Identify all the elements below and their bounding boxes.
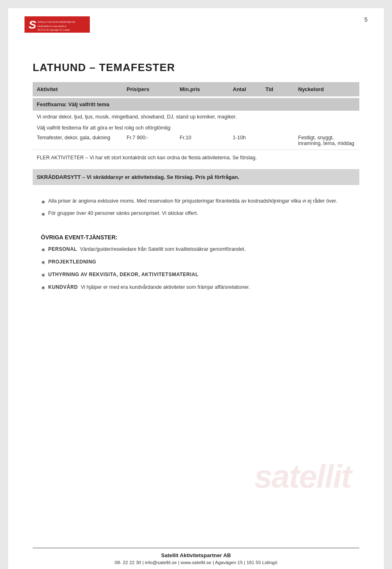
section2-title: SKRÄDDARSYTT – Vi skräddarsyr er aktivit… bbox=[33, 169, 359, 185]
header-tid: Tid bbox=[261, 85, 294, 94]
section1-sub-label: Välj valfritt festtema för att göra er f… bbox=[33, 123, 359, 132]
footer-contact: 08- 22 22 30 | info@satellit.se | www.sa… bbox=[33, 560, 359, 565]
cell-min-price: Fr.10 bbox=[176, 133, 229, 148]
table-row: Temafester, dekor, gala, dukning Fr.7 90… bbox=[33, 132, 359, 150]
note-bullet-2: ∗ bbox=[41, 210, 46, 219]
note-item-2: ∗ För grupper över 40 personer sänks per… bbox=[41, 210, 351, 219]
note-text-1: Alla priser är angivna exklusive moms. M… bbox=[48, 197, 337, 205]
page: 5 S SATELLIT AKTIVITETSPARTNER AB info@s… bbox=[8, 8, 384, 569]
service-text-personal: PERSONAL Värdar/guider/reseledare från S… bbox=[48, 245, 245, 253]
service-text-kundvard: KUNDVÅRD Vi hjälper er med era kundvårda… bbox=[48, 283, 250, 291]
footer: Satellit Aktivitetspartner AB 08- 22 22 … bbox=[33, 548, 359, 565]
service-label-personal: PERSONAL bbox=[48, 246, 77, 252]
cell-antal: 1-10h bbox=[229, 133, 261, 148]
service-label-uthyrning: UTHYRNING AV REKVISITA, DEKOR, AKTIVITET… bbox=[48, 271, 198, 278]
logo-area: S SATELLIT AKTIVITETSPARTNER AB info@sat… bbox=[24, 16, 90, 33]
service-bullet-uthyrning: ∗ bbox=[41, 271, 46, 279]
svg-text:08-22 22 30 | Agavägen 15, Lid: 08-22 22 30 | Agavägen 15, Lidingö bbox=[38, 29, 70, 31]
service-label-kundvard: KUNDVÅRD bbox=[48, 284, 78, 290]
service-item-personal: ∗ PERSONAL Värdar/guider/reseledare från… bbox=[41, 245, 351, 254]
section1-title: Festfixarna: Välj valfritt tema bbox=[33, 98, 359, 111]
service-desc-personal: Värdar/guider/reseledare från Satellit s… bbox=[80, 246, 246, 252]
service-item-kundvard: ∗ KUNDVÅRD Vi hjälper er med era kundvår… bbox=[41, 283, 351, 292]
footer-company: Satellit Aktivitetspartner AB bbox=[33, 552, 359, 558]
header-nyckelord: Nyckelord bbox=[294, 85, 359, 94]
cell-tid bbox=[261, 133, 294, 148]
svg-text:info@satellit.se | www.satelli: info@satellit.se | www.satellit.se bbox=[38, 25, 67, 27]
header-pris: Pris/pers bbox=[122, 85, 176, 94]
more-activities: FLER AKTIVITETER – Vi har ett stort kont… bbox=[33, 150, 359, 166]
service-item-projektledning: ∗ PROJEKTLEDNING bbox=[41, 258, 351, 267]
cell-nyckelord: Festligt, snyggt, inramning, tema, midda… bbox=[294, 133, 359, 148]
service-bullet-projektledning: ∗ bbox=[41, 258, 46, 267]
main-title: LATHUND – TEMAFESTER bbox=[33, 61, 359, 74]
header-antal: Antal bbox=[229, 85, 261, 94]
service-label-projektledning: PROJEKTLEDNING bbox=[48, 258, 96, 266]
note-bullet-1: ∗ bbox=[41, 198, 46, 206]
service-bullet-kundvard: ∗ bbox=[41, 283, 46, 292]
cell-activity: Temafester, dekor, gala, dukning bbox=[33, 133, 122, 148]
service-item-uthyrning: ∗ UTHYRNING AV REKVISITA, DEKOR, AKTIVIT… bbox=[41, 271, 351, 279]
section1-description: Vi ordnar dekor, ljud, ljus, musik, ming… bbox=[33, 111, 359, 123]
page-number: 5 bbox=[364, 16, 368, 23]
extra-services: ÖVRIGA EVENT-TJÄNSTER: ∗ PERSONAL Värdar… bbox=[33, 234, 359, 292]
notes-section: ∗ Alla priser är angivna exklusive moms.… bbox=[33, 193, 359, 226]
note-text-2: För grupper över 40 personer sänks perso… bbox=[48, 210, 198, 217]
table-header: Aktivitet Pris/pers Min.pris Antal Tid N… bbox=[33, 82, 359, 96]
header-aktivitet: Aktivitet bbox=[33, 85, 122, 94]
service-bullet-personal: ∗ bbox=[41, 245, 46, 254]
note-item-1: ∗ Alla priser är angivna exklusive moms.… bbox=[41, 197, 351, 206]
svg-text:S: S bbox=[29, 18, 36, 31]
logo-box: S SATELLIT AKTIVITETSPARTNER AB info@sat… bbox=[24, 16, 90, 33]
cell-price: Fr.7 900:- bbox=[122, 133, 176, 148]
svg-text:SATELLIT AKTIVITETSPARTNER AB: SATELLIT AKTIVITETSPARTNER AB bbox=[38, 21, 75, 23]
header-minpris: Min.pris bbox=[176, 85, 229, 94]
service-desc-kundvard: Vi hjälper er med era kundvårdande aktiv… bbox=[81, 284, 250, 290]
extra-services-title: ÖVRIGA EVENT-TJÄNSTER: bbox=[41, 234, 351, 241]
watermark: satellit bbox=[254, 458, 351, 495]
